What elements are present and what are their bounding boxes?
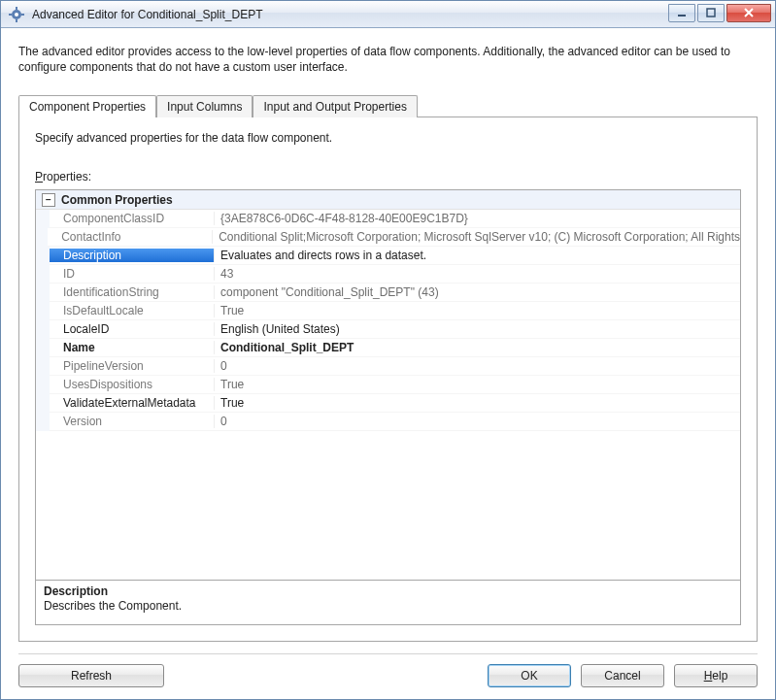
grid-key: Version — [50, 415, 215, 428]
tab-strip: Component Properties Input Columns Input… — [18, 94, 758, 117]
dialog-window: Advanced Editor for Conditional_Split_DE… — [0, 0, 776, 700]
grid-row-pipelineversion[interactable]: PipelineVersion0 — [36, 357, 740, 376]
grid-row-componentclassid[interactable]: ComponentClassID{3AE878C6-0D6C-4F48-8128… — [36, 210, 740, 228]
grid-value: English (United States) — [215, 322, 740, 336]
svg-rect-4 — [9, 14, 12, 16]
tab-panel: Specify advanced properties for the data… — [18, 117, 758, 642]
grid-value: Conditional Split;Microsoft Corporation;… — [213, 230, 740, 244]
grid-key: UsesDispositions — [50, 378, 215, 391]
grid-gutter — [36, 357, 50, 376]
grid-row-isdefaultlocale[interactable]: IsDefaultLocaleTrue — [36, 302, 740, 320]
dialog-content: The advanced editor provides access to t… — [1, 28, 775, 699]
tab-input-columns[interactable]: Input Columns — [156, 95, 253, 117]
refresh-button[interactable]: Refresh — [18, 664, 164, 687]
grid-key: Description — [50, 249, 215, 262]
grid-key: ValidateExternalMetadata — [50, 396, 215, 410]
grid-gutter — [36, 413, 50, 431]
svg-rect-5 — [21, 14, 24, 16]
grid-value: True — [215, 304, 740, 317]
tab-input-output-properties[interactable]: Input and Output Properties — [253, 95, 417, 117]
grid-category-row[interactable]: − Common Properties — [36, 190, 740, 210]
properties-label-accel: P — [35, 170, 43, 183]
grid-row-name[interactable]: NameConditional_Split_DEPT — [36, 339, 740, 357]
close-button[interactable] — [726, 4, 771, 22]
minimize-icon — [677, 8, 687, 17]
dialog-footer: Refresh OK Cancel Help — [18, 664, 758, 687]
help-button-rest: elp — [712, 669, 727, 683]
grid-key: PipelineVersion — [50, 359, 215, 373]
grid-gutter — [36, 265, 50, 283]
grid-row-contactinfo[interactable]: ContactInfoConditional Split;Microsoft C… — [36, 228, 740, 247]
grid-row-usesdispositions[interactable]: UsesDispositionsTrue — [36, 376, 740, 394]
footer-separator — [18, 653, 758, 654]
grid-row-id[interactable]: ID43 — [36, 265, 740, 283]
svg-point-1 — [15, 13, 18, 17]
svg-rect-6 — [678, 15, 686, 17]
app-icon — [9, 7, 24, 22]
grid-value: component "Conditional_Split_DEPT" (43) — [215, 285, 740, 299]
grid-gutter — [36, 339, 50, 357]
grid-key: IdentificationString — [50, 285, 215, 299]
grid-cells: LocaleIDEnglish (United States) — [50, 320, 740, 339]
window-controls — [668, 5, 771, 24]
grid-key: Name — [50, 341, 215, 354]
svg-rect-3 — [16, 19, 17, 22]
grid-gutter — [36, 283, 50, 302]
grid-row-version[interactable]: Version0 — [36, 413, 740, 431]
tab-description: Specify advanced properties for the data… — [35, 131, 741, 145]
grid-value: Evaluates and directs rows in a dataset. — [215, 249, 740, 262]
grid-key: ContactInfo — [48, 230, 213, 244]
grid-value: True — [215, 378, 740, 391]
maximize-button[interactable] — [697, 4, 725, 22]
grid-key: LocaleID — [50, 322, 215, 336]
grid-value: 43 — [215, 267, 740, 281]
grid-rows: ComponentClassID{3AE878C6-0D6C-4F48-8128… — [36, 210, 740, 431]
grid-value: True — [215, 396, 740, 410]
grid-row-localeid[interactable]: LocaleIDEnglish (United States) — [36, 320, 740, 339]
grid-cells: UsesDispositionsTrue — [50, 376, 740, 394]
help-text: Describes the Component. — [44, 599, 732, 613]
grid-cells: IsDefaultLocaleTrue — [50, 302, 740, 320]
property-grid-wrap: − Common Properties ComponentClassID{3AE… — [35, 189, 741, 625]
ok-button[interactable]: OK — [488, 664, 571, 687]
grid-value: {3AE878C6-0D6C-4F48-8128-40E00E9C1B7D} — [215, 212, 740, 225]
grid-help-pane: Description Describes the Component. — [35, 581, 741, 625]
help-title: Description — [44, 584, 732, 598]
minimize-button[interactable] — [668, 4, 695, 22]
property-grid[interactable]: − Common Properties ComponentClassID{3AE… — [35, 189, 741, 581]
grid-cells: Version0 — [50, 413, 740, 431]
grid-gutter — [36, 376, 50, 394]
svg-rect-2 — [16, 7, 17, 10]
grid-gutter — [36, 228, 48, 247]
grid-key: ID — [50, 267, 215, 281]
grid-gutter — [36, 394, 50, 413]
grid-key: ComponentClassID — [50, 212, 215, 225]
svg-rect-7 — [707, 9, 715, 17]
help-button-accel: H — [704, 669, 713, 683]
grid-row-identificationstring[interactable]: IdentificationStringcomponent "Condition… — [36, 283, 740, 302]
grid-cells: ContactInfoConditional Split;Microsoft C… — [48, 228, 740, 247]
grid-row-validateexternalmetadata[interactable]: ValidateExternalMetadataTrue — [36, 394, 740, 413]
window-title: Advanced Editor for Conditional_Split_DE… — [30, 8, 668, 21]
title-bar: Advanced Editor for Conditional_Split_DE… — [1, 1, 775, 28]
grid-cells: ComponentClassID{3AE878C6-0D6C-4F48-8128… — [50, 210, 740, 228]
grid-value: Conditional_Split_DEPT — [215, 341, 740, 354]
properties-label-rest: roperties: — [43, 170, 91, 183]
cancel-button[interactable]: Cancel — [581, 664, 664, 687]
intro-text: The advanced editor provides access to t… — [18, 44, 758, 75]
grid-cells: DescriptionEvaluates and directs rows in… — [50, 247, 740, 265]
grid-gutter — [36, 320, 50, 339]
collapse-toggle-icon[interactable]: − — [42, 193, 55, 207]
grid-gutter — [36, 210, 50, 228]
properties-label: Properties: — [35, 170, 741, 183]
maximize-icon — [706, 8, 716, 17]
grid-key: IsDefaultLocale — [50, 304, 215, 317]
grid-cells: IdentificationStringcomponent "Condition… — [50, 283, 740, 302]
grid-gutter — [36, 247, 50, 265]
grid-gutter — [36, 302, 50, 320]
grid-row-description[interactable]: DescriptionEvaluates and directs rows in… — [36, 247, 740, 265]
tab-component-properties[interactable]: Component Properties — [18, 95, 156, 117]
grid-cells: PipelineVersion0 — [50, 357, 740, 376]
grid-cells: ValidateExternalMetadataTrue — [50, 394, 740, 413]
help-button[interactable]: Help — [674, 664, 758, 687]
